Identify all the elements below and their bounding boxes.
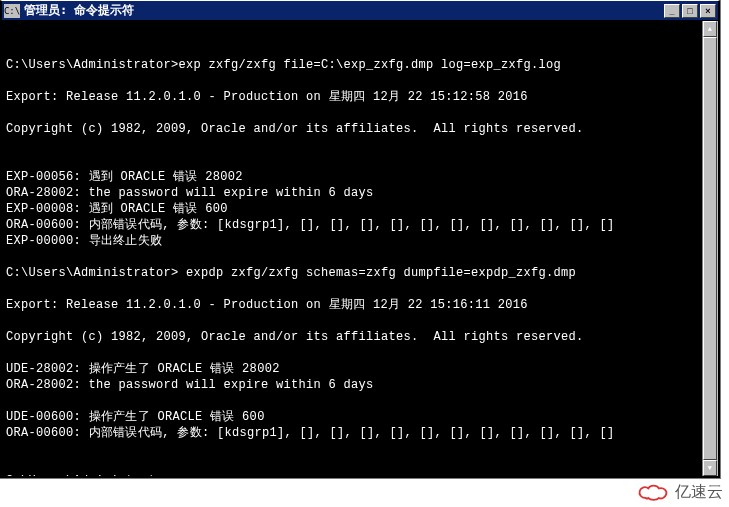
watermark-logo-icon — [635, 481, 671, 503]
console-line: C:\Users\Administrator> expdp zxfg/zxfg … — [6, 266, 576, 280]
window-icon: C:\ — [4, 4, 20, 18]
minimize-button[interactable]: _ — [664, 4, 680, 18]
titlebar[interactable]: C:\ 管理员: 命令提示符 _ □ × — [2, 1, 718, 21]
console-line: ORA-00600: 内部错误代码, 参数: [kdsgrp1], [], []… — [6, 218, 614, 232]
console-line: Copyright (c) 1982, 2009, Oracle and/or … — [6, 122, 584, 136]
console-line: ORA-00600: 内部错误代码, 参数: [kdsgrp1], [], []… — [6, 426, 614, 440]
console-line: Export: Release 11.2.0.1.0 - Production … — [6, 90, 528, 104]
watermark-text: 亿速云 — [675, 482, 723, 503]
maximize-button[interactable]: □ — [682, 4, 698, 18]
window-title: 管理员: 命令提示符 — [24, 2, 134, 19]
titlebar-buttons: _ □ × — [662, 4, 716, 18]
console-line: Copyright (c) 1982, 2009, Oracle and/or … — [6, 330, 584, 344]
console-line: Export: Release 11.2.0.1.0 - Production … — [6, 298, 528, 312]
watermark: 亿速云 — [635, 481, 723, 503]
console-line: UDE-28002: 操作产生了 ORACLE 错误 28002 — [6, 362, 280, 376]
close-button[interactable]: × — [700, 4, 716, 18]
scroll-down-button[interactable]: ▼ — [703, 460, 717, 476]
command-prompt-window: C:\ 管理员: 命令提示符 _ □ × C:\Users\Administra… — [0, 0, 720, 478]
console-line: ORA-28002: the password will expire with… — [6, 186, 374, 200]
console-content: C:\Users\Administrator>exp zxfg/zxfg fil… — [6, 25, 700, 476]
console-prompt-line: C:\Users\Administrator> — [6, 474, 179, 476]
titlebar-left: C:\ 管理员: 命令提示符 — [4, 2, 134, 19]
console-line: C:\Users\Administrator>exp zxfg/zxfg fil… — [6, 58, 561, 72]
vertical-scrollbar[interactable]: ▲ ▼ — [702, 21, 718, 476]
console-line: EXP-00000: 导出终止失败 — [6, 234, 162, 248]
scroll-up-button[interactable]: ▲ — [703, 21, 717, 37]
console-area[interactable]: C:\Users\Administrator>exp zxfg/zxfg fil… — [2, 21, 718, 476]
console-line: EXP-00056: 遇到 ORACLE 错误 28002 — [6, 170, 243, 184]
console-line: EXP-00008: 遇到 ORACLE 错误 600 — [6, 202, 228, 216]
scroll-thumb[interactable] — [703, 37, 717, 460]
console-line: UDE-00600: 操作产生了 ORACLE 错误 600 — [6, 410, 265, 424]
console-line: ORA-28002: the password will expire with… — [6, 378, 374, 392]
